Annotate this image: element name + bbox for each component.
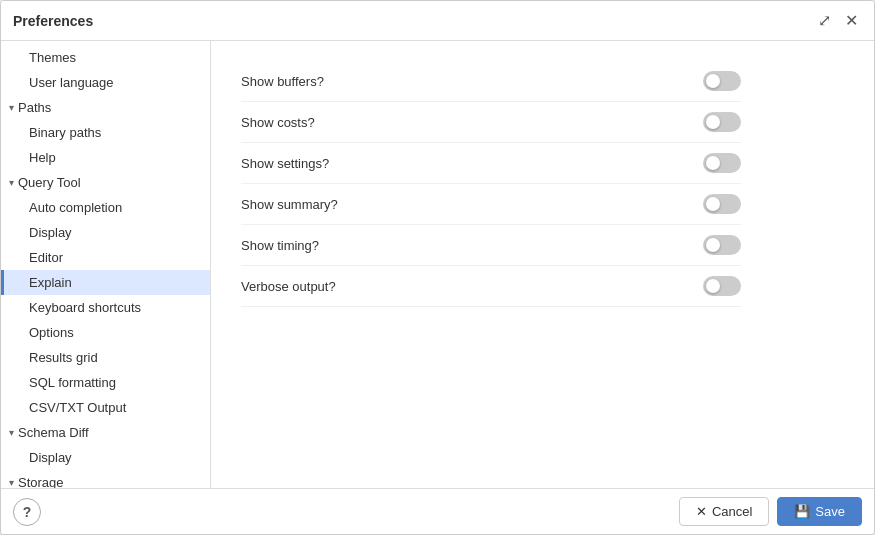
sidebar-item-label: Display xyxy=(29,450,72,465)
toggle-row-verbose-output: Verbose output? xyxy=(241,266,741,307)
sidebar: Themes User language ▾ Paths Binary path… xyxy=(1,41,211,488)
sidebar-item-schema-diff-display[interactable]: Display xyxy=(1,445,210,470)
dialog-body: Themes User language ▾ Paths Binary path… xyxy=(1,41,874,488)
toggle-show-summary[interactable] xyxy=(703,194,741,214)
toggle-row-show-summary: Show summary? xyxy=(241,184,741,225)
toggle-label-show-summary: Show summary? xyxy=(241,197,338,212)
sidebar-item-storage[interactable]: ▾ Storage xyxy=(1,470,210,488)
toggle-label-show-costs: Show costs? xyxy=(241,115,315,130)
close-button[interactable]: ✕ xyxy=(841,9,862,32)
preferences-dialog: Preferences ⤢ ✕ Themes User language ▾ P… xyxy=(0,0,875,535)
chevron-down-icon: ▾ xyxy=(9,427,14,438)
toggle-show-timing[interactable] xyxy=(703,235,741,255)
sidebar-item-display[interactable]: Display xyxy=(1,220,210,245)
toggle-label-verbose-output: Verbose output? xyxy=(241,279,336,294)
sidebar-item-user-language[interactable]: User language xyxy=(1,70,210,95)
sidebar-item-label: Storage xyxy=(18,475,64,488)
toggle-verbose-output[interactable] xyxy=(703,276,741,296)
toggle-show-buffers[interactable] xyxy=(703,71,741,91)
sidebar-item-schema-diff[interactable]: ▾ Schema Diff xyxy=(1,420,210,445)
save-button[interactable]: 💾 Save xyxy=(777,497,862,526)
toggle-row-show-settings: Show settings? xyxy=(241,143,741,184)
expand-icon: ⤢ xyxy=(818,11,831,30)
sidebar-item-keyboard-shortcuts[interactable]: Keyboard shortcuts xyxy=(1,295,210,320)
cancel-icon: ✕ xyxy=(696,504,707,519)
sidebar-item-label: Help xyxy=(29,150,56,165)
sidebar-item-label: Paths xyxy=(18,100,51,115)
footer-left: ? xyxy=(13,498,41,526)
expand-button[interactable]: ⤢ xyxy=(814,9,835,32)
dialog-footer: ? ✕ Cancel 💾 Save xyxy=(1,488,874,534)
help-icon: ? xyxy=(23,504,32,520)
toggle-label-show-settings: Show settings? xyxy=(241,156,329,171)
sidebar-item-sql-formatting[interactable]: SQL formatting xyxy=(1,370,210,395)
dialog-header: Preferences ⤢ ✕ xyxy=(1,1,874,41)
footer-right: ✕ Cancel 💾 Save xyxy=(679,497,862,526)
sidebar-item-label: Options xyxy=(29,325,74,340)
sidebar-item-label: Display xyxy=(29,225,72,240)
sidebar-item-label: Keyboard shortcuts xyxy=(29,300,141,315)
close-icon: ✕ xyxy=(845,11,858,30)
sidebar-item-binary-paths[interactable]: Binary paths xyxy=(1,120,210,145)
sidebar-item-csv-txt-output[interactable]: CSV/TXT Output xyxy=(1,395,210,420)
sidebar-item-editor[interactable]: Editor xyxy=(1,245,210,270)
sidebar-item-label: Query Tool xyxy=(18,175,81,190)
toggle-show-costs[interactable] xyxy=(703,112,741,132)
main-content: Show buffers? Show costs? Show settings? xyxy=(211,41,874,488)
toggle-row-show-buffers: Show buffers? xyxy=(241,61,741,102)
sidebar-item-options[interactable]: Options xyxy=(1,320,210,345)
save-icon: 💾 xyxy=(794,504,810,519)
sidebar-item-paths[interactable]: ▾ Paths xyxy=(1,95,210,120)
sidebar-item-label: SQL formatting xyxy=(29,375,116,390)
chevron-down-icon: ▾ xyxy=(9,477,14,488)
save-label: Save xyxy=(815,504,845,519)
sidebar-item-label: User language xyxy=(29,75,114,90)
sidebar-item-label: Schema Diff xyxy=(18,425,89,440)
help-button[interactable]: ? xyxy=(13,498,41,526)
sidebar-item-query-tool[interactable]: ▾ Query Tool xyxy=(1,170,210,195)
sidebar-item-auto-completion[interactable]: Auto completion xyxy=(1,195,210,220)
sidebar-item-label: Explain xyxy=(29,275,72,290)
cancel-button[interactable]: ✕ Cancel xyxy=(679,497,769,526)
chevron-down-icon: ▾ xyxy=(9,177,14,188)
chevron-down-icon: ▾ xyxy=(9,102,14,113)
sidebar-item-label: Binary paths xyxy=(29,125,101,140)
sidebar-item-help[interactable]: Help xyxy=(1,145,210,170)
dialog-title: Preferences xyxy=(13,13,93,29)
cancel-label: Cancel xyxy=(712,504,752,519)
toggle-label-show-buffers: Show buffers? xyxy=(241,74,324,89)
sidebar-item-label: Themes xyxy=(29,50,76,65)
header-controls: ⤢ ✕ xyxy=(814,9,862,32)
sidebar-item-results-grid[interactable]: Results grid xyxy=(1,345,210,370)
sidebar-item-explain[interactable]: Explain xyxy=(1,270,210,295)
toggle-row-show-costs: Show costs? xyxy=(241,102,741,143)
sidebar-item-label: CSV/TXT Output xyxy=(29,400,126,415)
sidebar-item-label: Editor xyxy=(29,250,63,265)
sidebar-item-label: Results grid xyxy=(29,350,98,365)
toggle-row-show-timing: Show timing? xyxy=(241,225,741,266)
toggle-show-settings[interactable] xyxy=(703,153,741,173)
sidebar-item-themes[interactable]: Themes xyxy=(1,45,210,70)
toggle-label-show-timing: Show timing? xyxy=(241,238,319,253)
sidebar-item-label: Auto completion xyxy=(29,200,122,215)
